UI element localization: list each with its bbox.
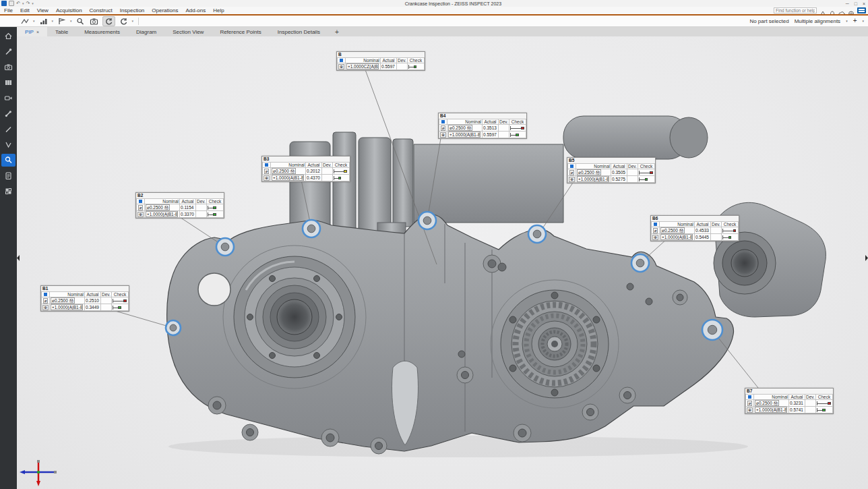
home-icon[interactable] <box>1 30 16 42</box>
check-type-icon: ⊕ <box>440 132 446 138</box>
callout-row: ⊕⌖1.0000(A|B1-B70.3449 <box>42 304 129 311</box>
tab-diagram[interactable]: Diagram <box>128 27 164 36</box>
feedback-icon[interactable] <box>819 7 826 13</box>
alignment-dropdown-icon[interactable]: ▾ <box>846 19 848 23</box>
flag-tool-button[interactable] <box>56 17 67 26</box>
callout-flag-icon <box>570 165 574 168</box>
add-alignment-dropdown-icon[interactable]: ▾ <box>862 19 864 23</box>
snapshot-camera-button[interactable] <box>88 17 100 26</box>
probe-icon[interactable] <box>1 45 16 58</box>
nominal-value[interactable]: ⌖1.0000(A|B1-B7 <box>755 407 787 413</box>
camera-icon[interactable] <box>1 61 16 74</box>
nominal-value[interactable]: ⌀0.2500 Ⓜ <box>272 168 296 174</box>
dev-value <box>805 400 816 407</box>
nominal-value[interactable]: ⌖1.0000(A|B1-B7 <box>577 176 609 182</box>
search-icon[interactable] <box>1 154 16 167</box>
cloud-icon[interactable] <box>838 7 845 13</box>
dev-value <box>711 234 722 241</box>
callout-table: Nominal Actual Dev. Check ⌀⌀0.2500 Ⓜ0.11… <box>136 198 224 218</box>
3d-viewport[interactable]: B Nominal Actual Dev. Check ⊕⌖1.0000CZ(A… <box>17 36 868 489</box>
sort-chart-dropdown-icon[interactable]: ▾ <box>52 19 54 23</box>
actual-value: 0.3513 <box>483 125 499 132</box>
menu-operations[interactable]: Operations <box>152 7 178 13</box>
close-button[interactable]: × <box>863 1 865 7</box>
callout-header-check: Check <box>815 395 832 400</box>
maximize-button[interactable]: □ <box>855 1 857 7</box>
window-title: Crankcase Inspection - ZEISS INSPECT 202… <box>61 1 846 6</box>
tab-reference-points[interactable]: Reference Points <box>212 27 269 36</box>
callout-table: Nominal Actual Dev. Check ⌀⌀0.2500 Ⓜ0.25… <box>41 291 129 311</box>
caliper-icon[interactable] <box>1 107 16 120</box>
angle-icon[interactable] <box>1 138 16 151</box>
tab-measurements[interactable]: Measurements <box>76 27 128 36</box>
toolbar-separator <box>138 18 139 25</box>
pattern-icon[interactable] <box>1 185 16 198</box>
select-tool-dropdown-icon[interactable]: ▾ <box>33 19 35 23</box>
tab-table[interactable]: Table <box>47 27 76 36</box>
measurement-callout[interactable]: B6 Nominal Actual Dev. Check ⌀⌀0.2500 Ⓜ0… <box>650 215 739 241</box>
nominal-value[interactable]: ⌖1.0000(A|B1-B7 <box>660 234 693 240</box>
report-icon[interactable] <box>1 169 16 182</box>
measurement-callout[interactable]: B Nominal Actual Dev. Check ⊕⌖1.0000CZ(A… <box>336 51 425 71</box>
minimize-button[interactable]: ─ <box>846 1 849 7</box>
callout-header-dev: Dev. <box>101 292 112 297</box>
measurement-callout[interactable]: B5 Nominal Actual Dev. Check ⌀⌀0.2500 Ⓜ0… <box>567 157 656 183</box>
zoom-tool-button[interactable] <box>75 17 86 26</box>
menu-addons[interactable]: Add-ons <box>185 7 206 13</box>
callout-header-nominal: Nominal <box>271 163 306 168</box>
search-input[interactable] <box>774 7 817 13</box>
nominal-value[interactable]: ⌀0.2500 Ⓜ <box>448 125 472 131</box>
measurement-callout[interactable]: B3 Nominal Actual Dev. Check ⌀⌀0.2500 Ⓜ0… <box>261 156 350 182</box>
nominal-value[interactable]: ⌀0.2500 Ⓜ <box>146 204 170 210</box>
add-alignment-button[interactable]: + <box>853 18 857 24</box>
measurement-callout[interactable]: B1 Nominal Actual Dev. Check ⌀⌀0.2500 Ⓜ0… <box>40 285 129 312</box>
menu-inspection[interactable]: Inspection <box>120 7 144 13</box>
redo-dropdown-icon[interactable]: ▾ <box>32 1 34 5</box>
alignment-selector[interactable]: Multiple alignments <box>795 18 840 24</box>
sort-chart-button[interactable] <box>38 17 49 26</box>
callout-header-dev: Dev. <box>196 199 207 204</box>
refresh-button[interactable] <box>118 17 129 26</box>
account-icon[interactable] <box>848 7 855 13</box>
nominal-value[interactable]: ⌖1.0000(A|B1-B7 <box>448 132 480 138</box>
menu-edit[interactable]: Edit <box>20 7 30 13</box>
measurement-callout[interactable]: B2 Nominal Actual Dev. Check ⌀⌀0.2500 Ⓜ0… <box>135 192 224 219</box>
redo-icon[interactable]: ↷ <box>26 1 30 6</box>
save-icon[interactable] <box>9 1 14 6</box>
titlebar: ↶ ▾ ↷ ▾ Crankcase Inspection - ZEISS INS… <box>0 0 868 7</box>
add-tab-button[interactable]: + <box>328 28 346 36</box>
tab-pip[interactable]: PIP× <box>17 27 47 36</box>
undo-icon[interactable]: ↶ <box>16 1 20 6</box>
table-icon[interactable] <box>1 76 16 89</box>
video-icon[interactable] <box>1 92 16 105</box>
tab-inspection-details[interactable]: Inspection Details <box>270 27 328 36</box>
refresh-dropdown-icon[interactable]: ▾ <box>132 19 134 23</box>
nominal-value[interactable]: ⌀0.2500 Ⓜ <box>51 297 75 304</box>
callout-row: ⊕⌖1.0000CZ(A|B1-B70.5597 <box>338 63 425 70</box>
nominal-value[interactable]: ⌖1.0000(A|B1-B7 <box>272 175 304 181</box>
tab-close-icon[interactable]: × <box>36 30 39 34</box>
tab-section-view[interactable]: Section View <box>164 27 212 36</box>
nominal-value[interactable]: ⌖1.0000(A|B1-B7 <box>146 211 178 217</box>
menu-construct[interactable]: Construct <box>90 7 113 13</box>
actual-value: 0.3370 <box>180 211 196 218</box>
menu-acquisition[interactable]: Acquisition <box>56 7 82 13</box>
nominal-value[interactable]: ⌖1.0000(A|B1-B7 <box>51 304 83 310</box>
nominal-value[interactable]: ⌀0.2500 Ⓜ <box>755 400 779 406</box>
menu-file[interactable]: File <box>4 7 13 13</box>
menu-view[interactable]: View <box>37 7 49 13</box>
flag-tool-dropdown-icon[interactable]: ▾ <box>70 19 72 23</box>
actual-value: 0.3449 <box>85 304 101 311</box>
menu-help[interactable]: Help <box>213 7 224 13</box>
check-indicator <box>113 306 127 310</box>
nominal-value[interactable]: ⌖1.0000CZ(A|B1-B7 <box>346 63 379 69</box>
select-tool-button[interactable] <box>19 17 30 26</box>
pen-icon[interactable] <box>1 123 16 136</box>
measurement-callout[interactable]: B4 Nominal Actual Dev. Check ⌀⌀0.2500 Ⓜ0… <box>438 113 527 139</box>
recalculate-button[interactable] <box>102 16 115 26</box>
measurement-callout[interactable]: B7 Nominal Actual Dev. Check ⌀⌀0.2500 Ⓜ0… <box>745 388 834 414</box>
undo-dropdown-icon[interactable]: ▾ <box>22 1 24 5</box>
nominal-value[interactable]: ⌀0.2500 Ⓜ <box>577 169 601 175</box>
nominal-value[interactable]: ⌀0.2500 Ⓜ <box>660 227 685 233</box>
notifications-bell-icon[interactable] <box>829 7 836 13</box>
